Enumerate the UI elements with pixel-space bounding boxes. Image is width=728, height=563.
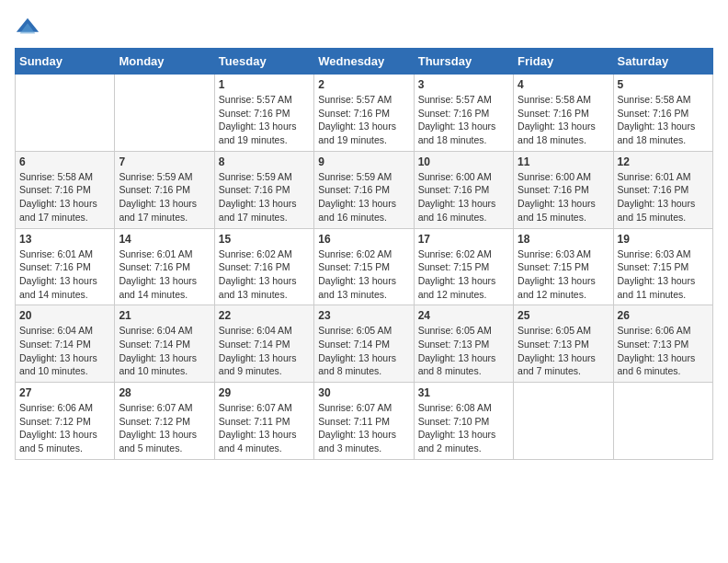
calendar-cell: 14Sunrise: 6:01 AMSunset: 7:16 PMDayligh… bbox=[115, 228, 214, 305]
calendar-week-row: 1Sunrise: 5:57 AMSunset: 7:16 PMDaylight… bbox=[16, 75, 713, 152]
logo-icon bbox=[15, 15, 40, 40]
calendar-cell: 19Sunrise: 6:03 AMSunset: 7:15 PMDayligh… bbox=[613, 228, 712, 305]
day-number: 29 bbox=[219, 386, 310, 399]
day-number: 21 bbox=[119, 309, 210, 322]
calendar-cell: 3Sunrise: 5:57 AMSunset: 7:16 PMDaylight… bbox=[414, 75, 513, 152]
day-info: Sunrise: 5:58 AMSunset: 7:16 PMDaylight:… bbox=[518, 93, 609, 147]
calendar-week-row: 6Sunrise: 5:58 AMSunset: 7:16 PMDaylight… bbox=[16, 151, 713, 228]
calendar-week-row: 27Sunrise: 6:06 AMSunset: 7:12 PMDayligh… bbox=[16, 383, 713, 460]
calendar-table: SundayMondayTuesdayWednesdayThursdayFrid… bbox=[15, 48, 713, 460]
calendar-cell: 16Sunrise: 6:02 AMSunset: 7:15 PMDayligh… bbox=[314, 228, 414, 305]
day-number: 19 bbox=[618, 233, 709, 246]
day-info: Sunrise: 5:57 AMSunset: 7:16 PMDaylight:… bbox=[219, 93, 310, 147]
day-info: Sunrise: 6:08 AMSunset: 7:10 PMDaylight:… bbox=[418, 401, 509, 455]
calendar-day-header: Tuesday bbox=[214, 49, 313, 75]
day-info: Sunrise: 6:02 AMSunset: 7:16 PMDaylight:… bbox=[219, 247, 310, 302]
day-info: Sunrise: 6:02 AMSunset: 7:15 PMDaylight:… bbox=[318, 247, 409, 302]
day-number: 31 bbox=[418, 386, 509, 399]
calendar-cell: 13Sunrise: 6:01 AMSunset: 7:16 PMDayligh… bbox=[16, 228, 115, 305]
calendar-cell: 8Sunrise: 5:59 AMSunset: 7:16 PMDaylight… bbox=[214, 151, 313, 228]
day-info: Sunrise: 6:07 AMSunset: 7:12 PMDaylight:… bbox=[119, 401, 210, 455]
day-number: 16 bbox=[318, 233, 409, 246]
calendar-cell bbox=[115, 75, 214, 152]
day-info: Sunrise: 6:05 AMSunset: 7:13 PMDaylight:… bbox=[418, 324, 509, 378]
calendar-cell: 2Sunrise: 5:57 AMSunset: 7:16 PMDaylight… bbox=[314, 75, 414, 152]
day-info: Sunrise: 5:59 AMSunset: 7:16 PMDaylight:… bbox=[119, 170, 210, 224]
day-info: Sunrise: 5:57 AMSunset: 7:16 PMDaylight:… bbox=[318, 93, 409, 147]
calendar-week-row: 13Sunrise: 6:01 AMSunset: 7:16 PMDayligh… bbox=[16, 228, 713, 305]
day-number: 27 bbox=[19, 386, 110, 399]
page-header bbox=[15, 15, 713, 40]
calendar-cell: 11Sunrise: 6:00 AMSunset: 7:16 PMDayligh… bbox=[514, 151, 613, 228]
calendar-cell: 18Sunrise: 6:03 AMSunset: 7:15 PMDayligh… bbox=[514, 228, 613, 305]
calendar-cell: 27Sunrise: 6:06 AMSunset: 7:12 PMDayligh… bbox=[16, 383, 115, 460]
day-number: 17 bbox=[418, 233, 509, 246]
calendar-day-header: Saturday bbox=[613, 49, 712, 75]
calendar-cell: 15Sunrise: 6:02 AMSunset: 7:16 PMDayligh… bbox=[214, 228, 313, 305]
day-number: 28 bbox=[119, 386, 210, 399]
calendar-cell: 28Sunrise: 6:07 AMSunset: 7:12 PMDayligh… bbox=[115, 383, 214, 460]
day-info: Sunrise: 6:03 AMSunset: 7:15 PMDaylight:… bbox=[518, 247, 609, 302]
day-number: 24 bbox=[418, 309, 509, 322]
day-number: 14 bbox=[119, 233, 210, 246]
logo bbox=[15, 15, 44, 40]
calendar-cell: 1Sunrise: 5:57 AMSunset: 7:16 PMDaylight… bbox=[214, 75, 313, 152]
calendar-cell: 17Sunrise: 6:02 AMSunset: 7:15 PMDayligh… bbox=[414, 228, 513, 305]
calendar-cell: 26Sunrise: 6:06 AMSunset: 7:13 PMDayligh… bbox=[613, 305, 712, 383]
day-number: 1 bbox=[219, 78, 310, 91]
day-number: 4 bbox=[518, 78, 609, 91]
day-number: 9 bbox=[318, 155, 409, 168]
day-info: Sunrise: 5:59 AMSunset: 7:16 PMDaylight:… bbox=[219, 170, 310, 224]
day-number: 15 bbox=[219, 233, 310, 246]
calendar-cell: 31Sunrise: 6:08 AMSunset: 7:10 PMDayligh… bbox=[414, 383, 513, 460]
calendar-day-header: Monday bbox=[115, 49, 214, 75]
calendar-day-header: Sunday bbox=[16, 49, 115, 75]
day-number: 13 bbox=[19, 233, 110, 246]
day-info: Sunrise: 6:00 AMSunset: 7:16 PMDaylight:… bbox=[418, 170, 509, 224]
day-number: 22 bbox=[219, 309, 310, 322]
day-info: Sunrise: 6:05 AMSunset: 7:14 PMDaylight:… bbox=[318, 324, 409, 378]
day-info: Sunrise: 6:04 AMSunset: 7:14 PMDaylight:… bbox=[219, 324, 310, 378]
calendar-cell: 12Sunrise: 6:01 AMSunset: 7:16 PMDayligh… bbox=[613, 151, 712, 228]
day-info: Sunrise: 6:01 AMSunset: 7:16 PMDaylight:… bbox=[19, 247, 110, 302]
day-number: 30 bbox=[318, 386, 409, 399]
calendar-cell: 25Sunrise: 6:05 AMSunset: 7:13 PMDayligh… bbox=[514, 305, 613, 383]
day-number: 11 bbox=[518, 155, 609, 168]
day-info: Sunrise: 5:58 AMSunset: 7:16 PMDaylight:… bbox=[618, 93, 709, 147]
calendar-cell: 30Sunrise: 6:07 AMSunset: 7:11 PMDayligh… bbox=[314, 383, 414, 460]
calendar-cell: 5Sunrise: 5:58 AMSunset: 7:16 PMDaylight… bbox=[613, 75, 712, 152]
calendar-cell bbox=[514, 383, 613, 460]
calendar-header-row: SundayMondayTuesdayWednesdayThursdayFrid… bbox=[16, 49, 713, 75]
day-number: 26 bbox=[618, 309, 709, 322]
day-number: 7 bbox=[119, 155, 210, 168]
day-number: 2 bbox=[318, 78, 409, 91]
day-number: 3 bbox=[418, 78, 509, 91]
day-info: Sunrise: 6:04 AMSunset: 7:14 PMDaylight:… bbox=[119, 324, 210, 378]
day-number: 6 bbox=[19, 155, 110, 168]
day-info: Sunrise: 6:00 AMSunset: 7:16 PMDaylight:… bbox=[518, 170, 609, 224]
calendar-cell: 10Sunrise: 6:00 AMSunset: 7:16 PMDayligh… bbox=[414, 151, 513, 228]
calendar-week-row: 20Sunrise: 6:04 AMSunset: 7:14 PMDayligh… bbox=[16, 305, 713, 383]
calendar-cell: 9Sunrise: 5:59 AMSunset: 7:16 PMDaylight… bbox=[314, 151, 414, 228]
day-number: 18 bbox=[518, 233, 609, 246]
day-number: 5 bbox=[618, 78, 709, 91]
day-info: Sunrise: 6:07 AMSunset: 7:11 PMDaylight:… bbox=[219, 401, 310, 455]
day-info: Sunrise: 6:02 AMSunset: 7:15 PMDaylight:… bbox=[418, 247, 509, 302]
calendar-day-header: Friday bbox=[514, 49, 613, 75]
day-info: Sunrise: 6:06 AMSunset: 7:13 PMDaylight:… bbox=[618, 324, 709, 378]
calendar-cell: 21Sunrise: 6:04 AMSunset: 7:14 PMDayligh… bbox=[115, 305, 214, 383]
calendar-cell: 22Sunrise: 6:04 AMSunset: 7:14 PMDayligh… bbox=[214, 305, 313, 383]
day-info: Sunrise: 6:01 AMSunset: 7:16 PMDaylight:… bbox=[618, 170, 709, 224]
day-info: Sunrise: 6:05 AMSunset: 7:13 PMDaylight:… bbox=[518, 324, 609, 378]
calendar-day-header: Thursday bbox=[414, 49, 513, 75]
calendar-cell: 4Sunrise: 5:58 AMSunset: 7:16 PMDaylight… bbox=[514, 75, 613, 152]
day-number: 12 bbox=[618, 155, 709, 168]
calendar-cell: 23Sunrise: 6:05 AMSunset: 7:14 PMDayligh… bbox=[314, 305, 414, 383]
day-info: Sunrise: 5:58 AMSunset: 7:16 PMDaylight:… bbox=[19, 170, 110, 224]
day-number: 23 bbox=[318, 309, 409, 322]
day-info: Sunrise: 6:07 AMSunset: 7:11 PMDaylight:… bbox=[318, 401, 409, 455]
day-info: Sunrise: 6:04 AMSunset: 7:14 PMDaylight:… bbox=[19, 324, 110, 378]
day-info: Sunrise: 6:03 AMSunset: 7:15 PMDaylight:… bbox=[618, 247, 709, 302]
calendar-cell: 6Sunrise: 5:58 AMSunset: 7:16 PMDaylight… bbox=[16, 151, 115, 228]
day-info: Sunrise: 5:57 AMSunset: 7:16 PMDaylight:… bbox=[418, 93, 509, 147]
